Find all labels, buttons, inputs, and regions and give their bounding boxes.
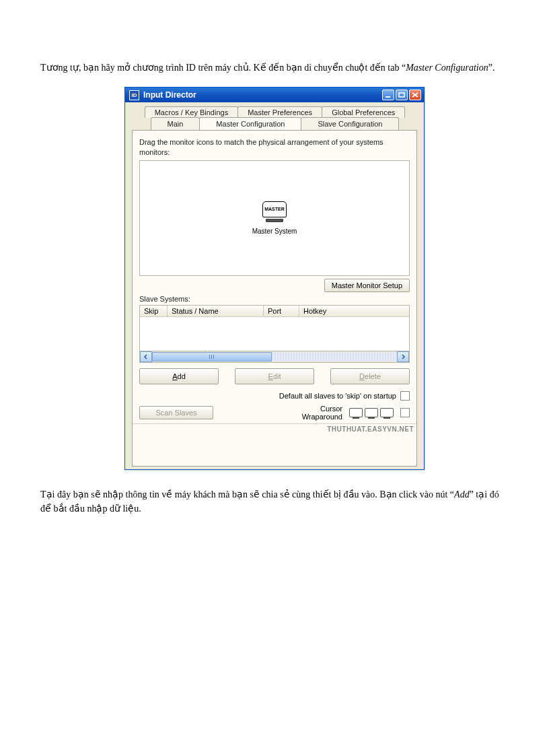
scroll-left-button[interactable] [140,351,152,362]
window-controls [382,90,421,100]
app-icon: ID [129,90,139,100]
monitor-stand-icon [266,219,283,222]
scroll-track[interactable] [152,352,397,362]
col-hotkey[interactable]: Hotkey [299,306,409,316]
wraparound-icon-group [349,408,394,417]
titlebar[interactable]: ID Input Director [125,88,424,102]
watermark-text: THUTHUAT.EASYVN.NET [133,423,416,433]
monitor-screen-label: MASTER [262,201,287,217]
para1-text-post: ”. [488,63,495,73]
scan-slaves-button[interactable]: Scan Slaves [139,406,213,419]
svg-rect-0 [386,96,390,98]
table-header: Skip Status / Name Port Hotkey [140,306,409,317]
minimize-button[interactable] [382,90,394,100]
app-window: ID Input Director Macros / Key Bindings … [124,87,425,470]
tab-macros[interactable]: Macros / Key Bindings [145,106,238,118]
horizontal-scrollbar[interactable] [139,351,410,363]
col-status-name[interactable]: Status / Name [168,306,264,316]
tab-panel-master-config: Drag the monitor icons to match the phys… [132,130,417,467]
window-body: Macros / Key Bindings Master Preferences… [125,102,424,469]
bottom-row: Scan Slaves Cursor Wraparound [139,405,410,421]
col-skip[interactable]: Skip [140,306,168,316]
tab-main[interactable]: Main [151,117,200,130]
delete-button[interactable]: Delete [330,368,410,384]
tab-row-front: Main Master Configuration Slave Configur… [132,117,417,130]
paragraph-2: Tại đây bạn sẽ nhập thông tin về máy khá… [40,487,509,516]
document-page: Tương tự, bạn hãy mở chương trình ID trê… [0,0,549,516]
para1-text-pre: Tương tự, bạn hãy mở chương trình ID trê… [40,63,406,73]
master-monitor-icon[interactable]: MASTER Master System [252,201,297,235]
slave-action-buttons: Add Edit Delete [139,368,410,384]
cursor-wraparound-checkbox[interactable] [400,408,410,417]
add-button[interactable]: Add [139,368,219,384]
mini-monitor-icon [380,408,394,417]
window-title: Input Director [143,90,382,100]
scroll-thumb[interactable] [152,352,272,362]
tab-strip: Macros / Key Bindings Master Preferences… [132,106,417,467]
paragraph-1: Tương tự, bạn hãy mở chương trình ID trê… [40,61,509,75]
tab-global-prefs[interactable]: Global Preferences [322,106,405,118]
edit-button[interactable]: Edit [235,368,314,384]
default-skip-label: Default all slaves to 'skip' on startup [279,392,396,400]
tab-master-prefs[interactable]: Master Preferences [237,106,322,118]
drag-instructions: Drag the monitor icons to match the phys… [139,137,410,158]
slave-systems-label: Slave Systems: [139,295,410,303]
para2-text-pre: Tại đây bạn sẽ nhập thông tin về máy khá… [40,489,454,500]
tab-slave-config[interactable]: Slave Configuration [301,117,399,130]
para2-emphasis: Add [454,489,470,500]
default-skip-row: Default all slaves to 'skip' on startup [139,391,410,401]
para1-emphasis: Master Configuration [406,63,488,73]
table-body-empty [140,317,409,351]
mini-monitor-icon [349,408,363,417]
close-button[interactable] [409,90,421,100]
monitor-caption: Master System [252,228,297,235]
mini-monitor-icon [365,408,378,417]
master-monitor-setup-button[interactable]: Master Monitor Setup [324,279,410,292]
cursor-wraparound-label: Cursor Wraparound [302,405,342,421]
col-port[interactable]: Port [264,306,299,316]
tab-row-back: Macros / Key Bindings Master Preferences… [132,106,417,118]
tab-master-config[interactable]: Master Configuration [199,117,301,130]
scroll-right-button[interactable] [397,351,409,362]
svg-rect-1 [399,93,404,97]
default-skip-checkbox[interactable] [400,391,410,401]
maximize-button[interactable] [396,90,408,100]
monitor-arrangement-area[interactable]: MASTER Master System [139,160,410,276]
slave-systems-table[interactable]: Skip Status / Name Port Hotkey [139,305,410,351]
